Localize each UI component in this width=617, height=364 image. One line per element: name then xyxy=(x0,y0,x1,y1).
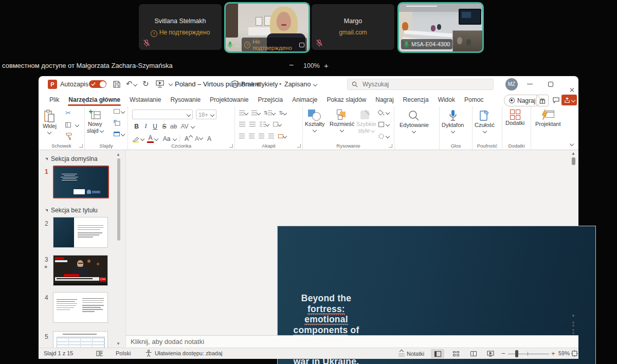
tab-animacje[interactable]: Animacje xyxy=(287,94,322,106)
copy-icon[interactable] xyxy=(65,120,71,130)
label-status[interactable]: Brak etykiety xyxy=(241,81,278,88)
canvas-scroll-up-icon[interactable]: ▲ xyxy=(571,151,575,156)
font-color-chevron-icon[interactable] xyxy=(154,136,158,140)
participant-tile-svitlana[interactable]: Svitlana Stelmakh ?Не подтверждено xyxy=(139,4,222,50)
tab-narzedzia-glowne[interactable]: Narzędzia główne xyxy=(64,94,125,106)
bullet-list-button[interactable] xyxy=(239,111,248,115)
text-direction-button[interactable]: ⇅ xyxy=(279,110,286,116)
zoom-in-button[interactable]: + xyxy=(551,350,555,357)
view-slideshow-button[interactable] xyxy=(484,349,497,358)
close-button[interactable] xyxy=(569,87,574,93)
tab-plik[interactable]: Plik xyxy=(45,94,64,106)
zoom-slider-track[interactable] xyxy=(508,354,549,354)
undo-button[interactable]: ↶ xyxy=(126,79,137,88)
tab-przejscia[interactable]: Przejścia xyxy=(253,94,287,106)
slide-thumbnail-5[interactable] xyxy=(53,331,108,348)
redo-icon[interactable]: ↻ xyxy=(142,79,149,88)
font-name-select[interactable] xyxy=(132,110,193,119)
thumbnails-scrollbar[interactable] xyxy=(117,158,120,241)
next-slide-button[interactable]: ▼▼ xyxy=(571,329,575,335)
participant-tile-margo[interactable]: Margo gmail.com xyxy=(312,4,394,50)
accessibility-status[interactable]: Ułatwienia dostępu: zbadaj xyxy=(155,350,222,356)
paste-button[interactable]: Wklej xyxy=(43,107,57,134)
case-chevron-icon[interactable] xyxy=(173,136,177,140)
fit-to-window-icon[interactable] xyxy=(571,350,578,357)
reset-slide-icon[interactable] xyxy=(114,120,120,126)
format-painter-icon[interactable] xyxy=(65,132,73,140)
slide-thumbnail-2[interactable] xyxy=(53,217,108,248)
copy-chevron-icon[interactable] xyxy=(75,123,79,127)
saved-status[interactable]: Zapisano xyxy=(284,81,311,88)
search-box[interactable] xyxy=(347,79,494,90)
slide-thumbnail-4[interactable] xyxy=(53,292,108,323)
previous-slide-button[interactable]: ▲▲ xyxy=(571,321,575,327)
numbered-list-button[interactable] xyxy=(251,111,260,115)
columns-button[interactable] xyxy=(260,122,269,126)
tab-wstawianie[interactable]: Wstawianie xyxy=(125,94,166,106)
maximize-button[interactable] xyxy=(548,82,553,87)
notes-pane[interactable]: Kliknij, aby dodać notatki xyxy=(126,335,578,348)
designer-button[interactable]: Projektant xyxy=(535,107,561,128)
share-button[interactable] xyxy=(561,95,577,105)
layout-button[interactable] xyxy=(114,109,124,114)
tab-widok[interactable]: Widok xyxy=(433,94,460,106)
view-slide-sorter-button[interactable] xyxy=(449,349,463,358)
addins-button[interactable]: Dodatki xyxy=(505,107,524,126)
search-input[interactable] xyxy=(361,80,477,88)
quick-access-more-icon[interactable] xyxy=(169,82,172,85)
line-spacing-button[interactable]: ⇅ xyxy=(264,110,275,116)
slide-thumbnail-1[interactable] xyxy=(53,166,109,198)
notes-toggle[interactable]: Notatki xyxy=(398,350,424,357)
sensitivity-shield-icon[interactable]: ? xyxy=(231,80,239,88)
canvas-scroll-down-icon[interactable]: ▼ xyxy=(571,314,575,318)
autosave-toggle[interactable] xyxy=(89,80,106,88)
tab-projektowanie[interactable]: Projektowanie xyxy=(205,94,253,106)
slide-count[interactable]: Slajd 1 z 15 xyxy=(44,350,73,356)
zoom-out-button[interactable]: − xyxy=(289,61,294,70)
start-slideshow-icon[interactable] xyxy=(156,80,164,88)
align-center-button[interactable] xyxy=(249,134,255,138)
shadow-button[interactable]: ab xyxy=(169,123,178,130)
drawing-dialog-launcher[interactable] xyxy=(389,144,392,148)
tab-rysowanie[interactable]: Rysowanie xyxy=(166,94,205,106)
align-left-button[interactable] xyxy=(239,134,245,138)
strikethrough-button[interactable]: S xyxy=(160,123,169,130)
smartart-button[interactable] xyxy=(278,134,286,138)
cut-icon[interactable]: ✂ xyxy=(65,109,71,117)
tab-nagraj[interactable]: Nagraj xyxy=(371,94,398,106)
decrease-indent-button[interactable] xyxy=(239,122,245,126)
zoom-slider-handle[interactable] xyxy=(515,350,518,357)
shapes-button[interactable]: Kształty xyxy=(305,107,325,132)
participant-tile-speaker-video[interactable]: ... ? Не подтверждено xyxy=(224,2,310,53)
paragraph-dialog-launcher[interactable] xyxy=(297,144,301,148)
editing-button[interactable]: Edytowanie xyxy=(400,107,429,133)
comments-button[interactable] xyxy=(550,95,561,105)
user-avatar[interactable]: MZ xyxy=(505,78,518,90)
bold-button[interactable]: B xyxy=(132,123,141,130)
clipboard-dialog-launcher[interactable] xyxy=(79,144,83,148)
zoom-in-button[interactable]: + xyxy=(324,61,329,70)
language-status[interactable]: Polski xyxy=(116,350,131,356)
font-dialog-launcher[interactable] xyxy=(229,144,233,148)
zoom-percent[interactable]: 59% xyxy=(558,350,570,356)
record-button[interactable]: Nagraj xyxy=(504,95,540,106)
expand-icon[interactable] xyxy=(299,43,304,47)
font-size-select[interactable]: 18+ xyxy=(196,110,216,119)
slide-thumbnail-3[interactable]: CNN xyxy=(53,255,108,286)
shape-fill-button[interactable] xyxy=(378,110,389,116)
zoom-out-button[interactable]: − xyxy=(501,350,505,357)
minimize-button[interactable] xyxy=(527,84,533,84)
highlight-pen-icon[interactable] xyxy=(132,135,140,142)
italic-button[interactable]: I xyxy=(141,122,150,130)
spell-check-icon[interactable] xyxy=(96,350,104,357)
new-slide-button[interactable]: Nowy slajd xyxy=(87,107,103,134)
align-right-button[interactable] xyxy=(259,134,264,138)
highlight-chevron-icon[interactable] xyxy=(140,136,144,140)
participant-tile-room-video[interactable]: MSA-E04-4300 xyxy=(397,2,484,53)
align-text-button[interactable] xyxy=(273,122,281,126)
view-reading-button[interactable] xyxy=(467,349,480,358)
font-color-button[interactable]: A xyxy=(147,134,154,143)
notes-placeholder[interactable]: Kliknij, aby dodać notatki xyxy=(131,338,204,345)
thumbnails-scroll-up-icon[interactable]: ▲ xyxy=(116,152,120,157)
arrange-button[interactable]: Rozmieść xyxy=(330,107,354,132)
